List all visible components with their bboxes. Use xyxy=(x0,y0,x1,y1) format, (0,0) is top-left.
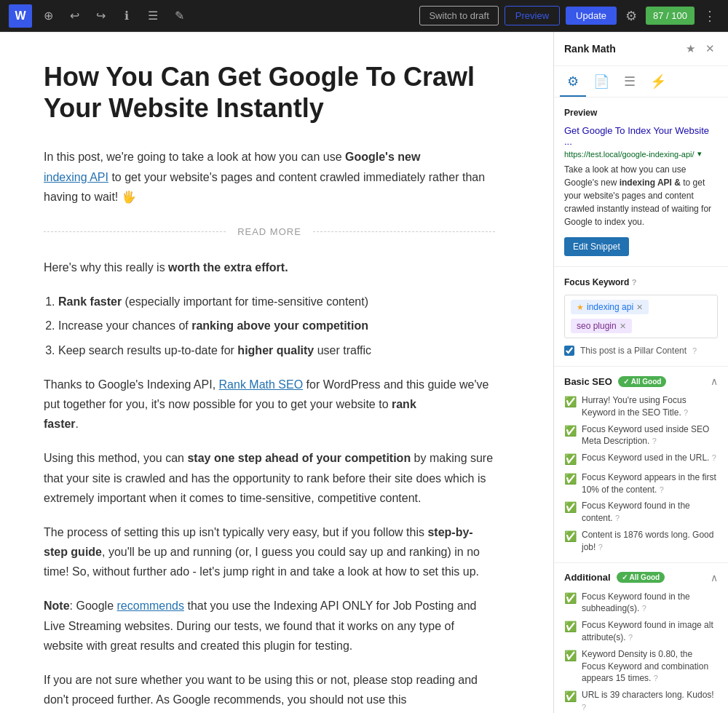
note-paragraph: Note: Google recommends that you use the… xyxy=(44,596,495,656)
basic-seo-section: Basic SEO All Good ∧ ✅ Hurray! You're us… xyxy=(554,367,728,563)
editor-area: How You Can Get Google To Crawl Your Web… xyxy=(0,32,553,713)
basic-seo-title: Basic SEO All Good xyxy=(564,376,666,387)
preview-url-arrow: ▾ xyxy=(697,149,702,159)
tab-list[interactable]: ☰ xyxy=(617,66,643,97)
wp-logo: W xyxy=(9,4,32,28)
redo-button[interactable]: ↪ xyxy=(90,6,111,26)
switch-draft-button[interactable]: Switch to draft xyxy=(419,6,498,25)
warning-paragraph: If you are not sure whether you want to … xyxy=(44,670,495,709)
list-item-3: Keep search results up-to-date for highe… xyxy=(58,340,495,360)
post-content: In this post, we're going to take a look… xyxy=(44,147,495,709)
check-help-6[interactable]: ? xyxy=(598,543,603,551)
pillar-content-row: This post is a Pillar Content ? xyxy=(564,346,718,356)
guide-paragraph: The process of setting this up isn't typ… xyxy=(44,522,495,582)
check-icon-1: ✅ xyxy=(564,395,577,410)
additional-check-list: ✅ Focus Keyword found in the subheading(… xyxy=(564,591,718,713)
list-item-2: Increase your chances of ranking above y… xyxy=(58,316,495,335)
focus-keyword-label: Focus Keyword ? xyxy=(564,277,718,287)
edit-mode-button[interactable]: ✎ xyxy=(169,6,189,26)
settings-button[interactable]: ⚙ xyxy=(622,5,640,27)
main-layout: How You Can Get Google To Crawl Your Web… xyxy=(0,32,728,713)
post-title[interactable]: How You Can Get Google To Crawl Your Web… xyxy=(44,61,495,124)
basic-check-2: ✅ Focus Keyword used inside SEO Meta Des… xyxy=(564,423,718,448)
preview-description: Take a look at how you can use Google's … xyxy=(564,163,718,228)
additional-collapse-button[interactable]: ∧ xyxy=(711,572,718,583)
tag-seo-plugin-remove[interactable]: ✕ xyxy=(620,322,626,331)
basic-seo-collapse-button[interactable]: ∧ xyxy=(711,375,718,387)
intro-paragraph: In this post, we're going to take a look… xyxy=(44,147,495,207)
additional-header[interactable]: Additional All Good ∧ xyxy=(564,572,718,583)
sidebar-header: Rank Math ★ ✕ xyxy=(554,32,728,66)
basic-check-1: ✅ Hurray! You're using Focus Keyword in … xyxy=(564,394,718,419)
sidebar-title: Rank Math xyxy=(564,43,616,55)
basic-check-3: ✅ Focus Keyword used in the URL. ? xyxy=(564,452,718,467)
tag-star-icon: ★ xyxy=(577,303,584,312)
check-icon-4: ✅ xyxy=(564,472,577,487)
read-more-label: READ MORE xyxy=(226,224,313,240)
add-block-button[interactable]: ⊕ xyxy=(38,6,58,26)
benefit-list: Rank faster (especially important for ti… xyxy=(58,292,495,360)
toolbar: W ⊕ ↩ ↪ ℹ ☰ ✎ Switch to draft Preview Up… xyxy=(0,0,728,32)
check-help-3[interactable]: ? xyxy=(712,453,716,462)
indexing-api-link[interactable]: indexing API xyxy=(44,171,108,183)
sidebar: Rank Math ★ ✕ ⚙ 📄 ☰ ⚡ Preview Get Google… xyxy=(553,32,728,713)
preview-title[interactable]: Get Google To Index Your Website ... xyxy=(564,125,718,147)
preview-button[interactable]: Preview xyxy=(505,6,560,25)
seo-score-button[interactable]: 87 / 100 xyxy=(646,7,695,25)
pillar-content-label: This post is a Pillar Content xyxy=(580,346,687,356)
list-view-button[interactable]: ☰ xyxy=(143,6,163,26)
preview-url-text: https://test.local/google-indexing-api/ xyxy=(564,150,695,159)
additional-title: Additional All Good xyxy=(564,572,665,583)
tag-indexing-api-remove[interactable]: ✕ xyxy=(636,303,643,312)
focus-keyword-help-icon[interactable]: ? xyxy=(632,278,637,287)
basic-seo-header[interactable]: Basic SEO All Good ∧ xyxy=(564,375,718,387)
sidebar-star-button[interactable]: ★ xyxy=(683,41,698,57)
check-icon-5: ✅ xyxy=(564,501,577,515)
basic-check-6: ✅ Content is 1876 words long. Good job! … xyxy=(564,529,718,554)
add-check-4: ✅ URL is 39 characters long. Kudos! ? xyxy=(564,689,718,713)
tag-indexing-api-text: indexing api xyxy=(587,302,633,312)
tab-general[interactable]: ⚙ xyxy=(560,66,586,97)
basic-seo-badge: All Good xyxy=(618,376,667,387)
edit-snippet-button[interactable]: Edit Snippet xyxy=(564,237,629,256)
sidebar-close-button[interactable]: ✕ xyxy=(703,41,718,57)
pillar-help-icon[interactable]: ? xyxy=(692,346,697,355)
sidebar-tabs: ⚙ 📄 ☰ ⚡ xyxy=(554,66,728,97)
more-options-button[interactable]: ⋮ xyxy=(700,5,719,27)
sidebar-header-icons: ★ ✕ xyxy=(683,41,718,57)
rank-math-paragraph: Thanks to Google's Indexing API, Rank Ma… xyxy=(44,375,495,434)
preview-section: Preview Get Google To Index Your Website… xyxy=(554,97,728,267)
check-help-2[interactable]: ? xyxy=(652,437,657,445)
check-icon-2: ✅ xyxy=(564,424,577,439)
basic-check-4: ✅ Focus Keyword appears in the first 10%… xyxy=(564,471,718,496)
basic-seo-check-list: ✅ Hurray! You're using Focus Keyword in … xyxy=(564,394,718,554)
tab-schema[interactable]: ⚡ xyxy=(643,66,673,97)
read-more-divider: READ MORE xyxy=(44,224,495,240)
add-check-icon-1: ✅ xyxy=(564,591,577,606)
check-help-5[interactable]: ? xyxy=(615,514,620,522)
preview-label: Preview xyxy=(564,108,718,118)
add-check-icon-3: ✅ xyxy=(564,649,577,664)
basic-check-5: ✅ Focus Keyword found in the content. ? xyxy=(564,500,718,525)
rank-math-seo-link[interactable]: Rank Math SEO xyxy=(219,378,304,391)
keyword-tags-container[interactable]: ★ indexing api ✕ seo plugin ✕ xyxy=(564,295,718,338)
add-check-2: ✅ Focus Keyword found in image alt attri… xyxy=(564,619,718,644)
check-help-4[interactable]: ? xyxy=(660,485,664,494)
tab-page[interactable]: 📄 xyxy=(586,66,617,97)
undo-button[interactable]: ↩ xyxy=(64,6,84,26)
info-button[interactable]: ℹ xyxy=(116,6,137,26)
update-button[interactable]: Update xyxy=(566,7,617,25)
additional-section: Additional All Good ∧ ✅ Focus Keyword fo… xyxy=(554,563,728,713)
additional-badge: All Good xyxy=(617,572,665,583)
tag-seo-plugin-text: seo plugin xyxy=(577,321,617,331)
keyword-tag-indexing-api: ★ indexing api ✕ xyxy=(571,300,649,314)
bold-google-new: Google's new xyxy=(345,151,420,163)
check-help-1[interactable]: ? xyxy=(684,408,688,417)
add-check-1: ✅ Focus Keyword found in the subheading(… xyxy=(564,591,718,616)
recommends-link[interactable]: recommends xyxy=(117,600,184,612)
check-icon-6: ✅ xyxy=(564,530,577,544)
pillar-content-checkbox[interactable] xyxy=(564,346,574,356)
check-icon-3: ✅ xyxy=(564,453,577,467)
focus-keyword-section: Focus Keyword ? ★ indexing api ✕ seo plu… xyxy=(554,267,728,367)
list-item-1: Rank faster (especially important for ti… xyxy=(58,292,495,311)
